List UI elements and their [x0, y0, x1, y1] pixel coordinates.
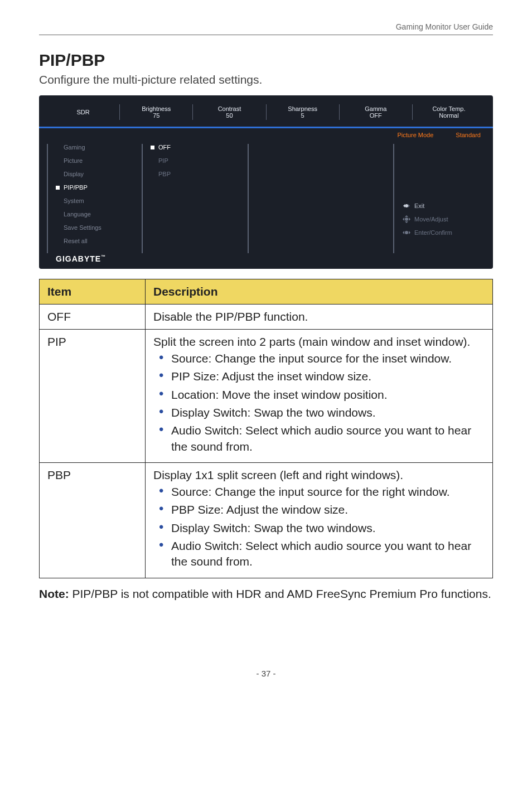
osd-hint-label: Move/Adjust	[414, 216, 448, 223]
osd-status-sdr: SDR	[47, 107, 119, 118]
osd-sub-column	[248, 141, 342, 263]
osd-option-pbp[interactable]: PBP	[151, 167, 239, 181]
table-item-off: OFF	[40, 305, 146, 330]
osd-status-label: Brightness	[120, 105, 192, 112]
description-table: Item Description OFF Disable the PIP/PBP…	[39, 279, 493, 578]
note-paragraph: Note: PIP/PBP is not compatible with HDR…	[39, 586, 493, 602]
svg-marker-10	[409, 231, 410, 234]
svg-marker-7	[409, 218, 410, 221]
table-head-description: Description	[146, 279, 493, 305]
table-row: PBP Display 1x1 split screen (left and r…	[40, 463, 493, 578]
osd-col-divider	[248, 144, 249, 253]
list-item: PBP Size: Adjust the window size.	[156, 502, 485, 518]
list-item: Source: Change the input source for the …	[156, 351, 485, 366]
page-header: Gaming Monitor User Guide	[39, 22, 493, 35]
svg-marker-4	[405, 215, 408, 217]
osd-status-bar: SDR Brightness 75 Contrast 50 Sharpness …	[47, 103, 485, 121]
table-row: OFF Disable the PIP/PBP function.	[40, 305, 493, 330]
joystick-press-icon	[402, 228, 411, 237]
osd-nav-save[interactable]: Save Settings	[56, 221, 133, 234]
osd-panel: SDR Brightness 75 Contrast 50 Sharpness …	[39, 95, 493, 269]
osd-hint-enter: Enter/Confirm	[402, 226, 483, 239]
osd-brand-logo: GIGABYTE™	[56, 254, 133, 263]
osd-picture-mode-row: Picture Mode Standard	[47, 128, 485, 141]
section-description: Configure the multi-picture related sett…	[39, 73, 493, 86]
osd-status-value: 50	[193, 112, 265, 119]
osd-nav-language[interactable]: Language	[56, 207, 133, 221]
osd-status-value: 75	[120, 112, 192, 119]
list-item: Audio Switch: Select which audio source …	[156, 538, 485, 570]
osd-status-label: Gamma	[340, 105, 412, 112]
osd-status-value: Normal	[413, 112, 485, 119]
osd-status-contrast: Contrast 50	[193, 103, 265, 121]
osd-hint-move: Move/Adjust	[402, 212, 483, 226]
pip-bullets: Source: Change the input source for the …	[153, 351, 485, 455]
pip-intro: Split the screen into 2 parts (main wind…	[153, 335, 485, 349]
osd-option-pip[interactable]: PIP	[151, 154, 239, 167]
table-desc-pip: Split the screen into 2 parts (main wind…	[146, 330, 493, 463]
table-item-pbp: PBP	[40, 463, 146, 578]
osd-nav-pippbp[interactable]: PIP/PBP	[56, 181, 133, 194]
osd-hint-exit: Exit	[402, 199, 483, 212]
osd-col-divider	[47, 144, 48, 253]
osd-spacer	[342, 141, 393, 263]
osd-status-sharpness: Sharpness 5	[267, 103, 339, 121]
osd-picture-mode-label: Picture Mode	[398, 132, 434, 138]
osd-nav-reset[interactable]: Reset all	[56, 234, 133, 248]
table-row: PIP Split the screen into 2 parts (main …	[40, 330, 493, 463]
note-label: Note:	[39, 587, 69, 600]
table-desc-off: Disable the PIP/PBP function.	[146, 305, 493, 330]
list-item: Audio Switch: Select which audio source …	[156, 423, 485, 455]
svg-marker-5	[405, 221, 408, 223]
osd-col-divider	[393, 144, 394, 253]
osd-body: Gaming Picture Display PIP/PBP System La…	[47, 141, 485, 263]
list-item: Display Switch: Swap the two windows.	[156, 520, 485, 536]
table-item-pip: PIP	[40, 330, 146, 463]
osd-nav-picture[interactable]: Picture	[56, 154, 133, 167]
joystick-left-icon	[402, 201, 411, 210]
osd-status-label: SDR	[47, 109, 119, 115]
osd-status-colortemp: Color Temp. Normal	[413, 103, 485, 121]
table-header-row: Item Description	[40, 279, 493, 305]
svg-point-3	[405, 218, 408, 221]
table-head-item: Item	[40, 279, 146, 305]
note-text: PIP/PBP is not compatible with HDR and A…	[69, 587, 491, 600]
osd-nav-display[interactable]: Display	[56, 167, 133, 181]
osd-hint-label: Exit	[414, 202, 424, 209]
pbp-bullets: Source: Change the input source for the …	[153, 484, 485, 570]
list-item: Display Switch: Swap the two windows.	[156, 405, 485, 421]
section-title: PIP/PBP	[39, 51, 493, 70]
osd-status-gamma: Gamma OFF	[340, 103, 412, 121]
osd-status-value: OFF	[340, 112, 412, 119]
svg-point-8	[405, 231, 408, 234]
svg-marker-6	[403, 218, 404, 221]
osd-status-value: 5	[267, 112, 339, 119]
osd-options-column: OFF PIP PBP	[142, 141, 248, 263]
osd-hint-label: Enter/Confirm	[414, 229, 452, 236]
list-item: Source: Change the input source for the …	[156, 484, 485, 500]
osd-nav-gaming[interactable]: Gaming	[56, 141, 133, 154]
osd-status-brightness: Brightness 75	[120, 103, 192, 121]
osd-status-label: Contrast	[193, 105, 265, 112]
osd-picture-mode-value: Standard	[456, 132, 481, 138]
joystick-updown-icon	[402, 215, 411, 224]
osd-nav-column: Gaming Picture Display PIP/PBP System La…	[47, 141, 142, 263]
pbp-intro: Display 1x1 split screen (left and right…	[153, 468, 485, 482]
svg-marker-2	[408, 204, 410, 207]
page-number: - 37 -	[39, 669, 493, 678]
table-desc-pbp: Display 1x1 split screen (left and right…	[146, 463, 493, 578]
svg-point-0	[405, 204, 408, 207]
svg-marker-1	[403, 204, 405, 207]
osd-status-label: Sharpness	[267, 105, 339, 112]
osd-nav-system[interactable]: System	[56, 194, 133, 207]
list-item: PIP Size: Adjust the inset window size.	[156, 369, 485, 384]
osd-status-label: Color Temp.	[413, 105, 485, 112]
list-item: Location: Move the inset window position…	[156, 387, 485, 403]
osd-option-off[interactable]: OFF	[151, 141, 239, 154]
svg-marker-9	[403, 231, 404, 234]
header-separator	[39, 35, 493, 35]
osd-col-divider	[142, 144, 143, 253]
osd-hints-column: Exit Move/Adjust Enter/Confirm	[393, 141, 485, 263]
